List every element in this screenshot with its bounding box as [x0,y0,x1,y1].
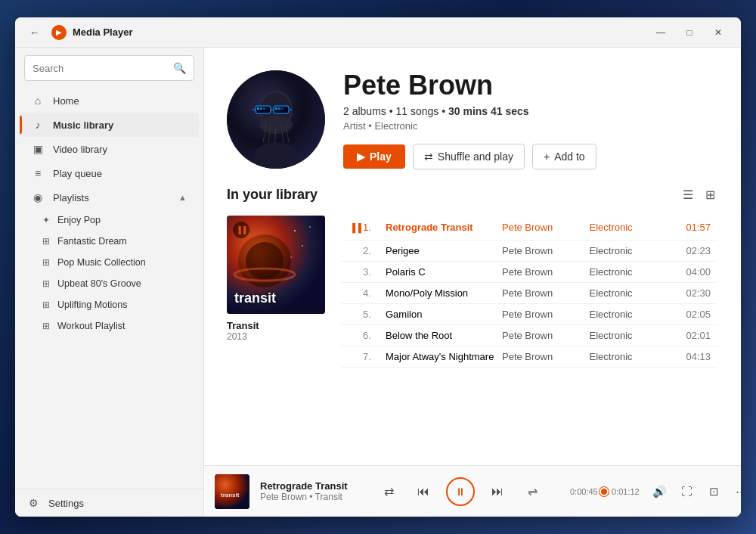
sidebar-item-video-library[interactable]: ▣ Video library [20,137,199,161]
now-playing-thumbnail: transit [215,474,249,509]
svg-point-22 [290,256,292,258]
now-playing-art: transit [215,474,249,509]
album-thumbnail: ▐▐ transit [227,216,325,314]
track-name: Gamilon [386,309,502,320]
sidebar-item-pop-music-collection[interactable]: ⊞ Pop Music Collection [20,252,199,273]
track-name: Retrograde Transit [386,222,502,233]
track-number: 5. [363,309,386,320]
play-button[interactable]: ▶ Play [343,144,405,169]
track-duration: 04:00 [677,266,711,278]
playlist-workout-label: Workout Playlist [57,321,125,331]
sidebar-item-home-label: Home [53,95,79,107]
table-row[interactable]: 7. Major Atway's Nightmare Pete Brown El… [340,346,718,368]
table-row[interactable]: 4. Mono/Poly Mission Pete Brown Electron… [340,283,718,304]
track-duration: 01:57 [677,222,711,233]
playlist-icon: ✦ [42,215,50,225]
sidebar-item-music-label: Music library [53,120,113,131]
repeat-button[interactable]: ⇌ [520,480,544,504]
sidebar-item-uplifting-motions[interactable]: ⊞ Uplifting Motions [20,294,199,315]
sidebar-item-play-queue[interactable]: ≡ Play queue [20,161,199,185]
add-icon: + [544,151,550,163]
sidebar-item-upbeat-80s[interactable]: ⊞ Upbeat 80's Groove [20,273,199,294]
artist-avatar-svg [227,70,325,169]
track-duration: 04:13 [677,351,711,362]
svg-rect-8 [257,107,259,110]
next-button[interactable]: ⏭ [485,480,510,504]
close-button[interactable]: ✕ [705,20,732,45]
library-content: ▐▐ transit Transit 2013 ▐▐ 1. Re [227,216,718,465]
title-bar-left: ← ▶ Media Player [24,22,133,43]
track-duration: 02:01 [677,330,711,341]
list-view-button[interactable]: ☰ [680,185,696,205]
search-input[interactable] [33,63,169,74]
volume-button[interactable]: 🔊 [649,481,670,502]
svg-rect-9 [260,107,262,110]
table-row[interactable]: 6. Below the Root Pete Brown Electronic … [340,325,718,346]
shuffle-button[interactable]: ⇄ Shuffle and play [413,144,525,169]
title-bar-controls: — □ ✕ [647,20,732,45]
svg-point-18 [246,242,284,280]
playlists-label: Playlists [53,192,89,203]
shuffle-playback-button[interactable]: ⇄ [376,480,401,504]
previous-button[interactable]: ⏮ [411,480,435,504]
add-to-label: Add to [554,151,584,163]
total-time: 0:01:12 [612,487,638,496]
pause-button[interactable]: ⏸ [446,477,475,506]
sidebar-item-fantastic-dream[interactable]: ⊞ Fantastic Dream [20,231,199,252]
album-card[interactable]: ▐▐ transit Transit 2013 [227,216,325,465]
svg-rect-11 [275,107,277,110]
track-number: 3. [363,266,386,278]
track-number: 6. [363,330,386,341]
search-icon: 🔍 [173,62,186,74]
sidebar-item-settings[interactable]: ⚙ Settings [15,489,203,517]
track-artist: Pete Brown [502,330,590,341]
shuffle-label: Shuffle and play [438,151,513,163]
table-row[interactable]: 5. Gamilon Pete Brown Electronic 02:05 [340,304,718,325]
table-row[interactable]: 2. Perigee Pete Brown Electronic 02:23 [340,241,718,262]
sidebar-item-home[interactable]: ⌂ Home [20,88,199,113]
artist-info: Pete Brown 2 albums • 11 songs • 30 mins… [343,70,718,169]
playlist-icon: ⊞ [42,236,50,247]
main-layout: 🔍 ⌂ Home ♪ Music library ▣ Video library… [15,48,741,517]
library-section: In your library ☰ ⊞ [204,185,741,465]
video-icon: ▣ [32,143,44,155]
track-list: ▐▐ 1. Retrograde Transit Pete Brown Elec… [340,216,718,465]
svg-rect-12 [278,107,280,110]
more-options-button[interactable]: ⋯ [730,481,741,502]
progress-section: 0:00:45 0:01:12 [570,487,638,496]
grid-view-button[interactable]: ⊞ [702,185,718,205]
search-bar[interactable]: 🔍 [24,55,194,81]
progress-bar-wrapper: 0:00:45 0:01:12 [570,487,638,496]
track-number: 2. [363,245,386,256]
playlist-pop-music-label: Pop Music Collection [57,257,146,268]
minimize-button[interactable]: — [647,20,674,45]
playlist-fantastic-dream-label: Fantastic Dream [57,236,127,247]
artist-name: Pete Brown [343,70,718,101]
app-icon: ▶ [51,25,67,40]
track-duration: 02:30 [677,287,711,299]
playlists-section-header[interactable]: ◉ Playlists ▲ [20,185,199,210]
artist-header: Pete Brown 2 albums • 11 songs • 30 mins… [204,48,741,185]
table-row[interactable]: ▐▐ 1. Retrograde Transit Pete Brown Elec… [340,216,718,241]
settings-icon: ⚙ [27,497,39,509]
track-name: Perigee [386,245,502,256]
action-buttons: ▶ Play ⇄ Shuffle and play + Add to [343,144,718,169]
artist-albums: 2 albums [343,105,386,117]
settings-label: Settings [48,498,84,509]
maximize-button[interactable]: □ [676,20,703,45]
svg-point-20 [294,230,296,231]
home-icon: ⌂ [32,95,44,107]
svg-point-21 [302,245,303,247]
sidebar-item-workout-playlist[interactable]: ⊞ Workout Playlist [20,315,199,337]
back-button[interactable]: ← [24,22,45,43]
table-row[interactable]: 3. Polaris C Pete Brown Electronic 04:00 [340,262,718,283]
playlist-enjoy-pop-label: Enjoy Pop [57,215,101,225]
fullscreen-button[interactable]: ⛶ [676,481,697,502]
miniplayer-button[interactable]: ⊡ [703,481,724,502]
sidebar-item-music-library[interactable]: ♪ Music library [20,113,199,137]
add-to-button[interactable]: + Add to [532,144,596,169]
track-genre: Electronic [590,245,677,256]
album-text-overlay: transit [234,290,276,306]
svg-rect-10 [263,107,265,110]
sidebar-item-enjoy-pop[interactable]: ✦ Enjoy Pop [20,210,199,231]
